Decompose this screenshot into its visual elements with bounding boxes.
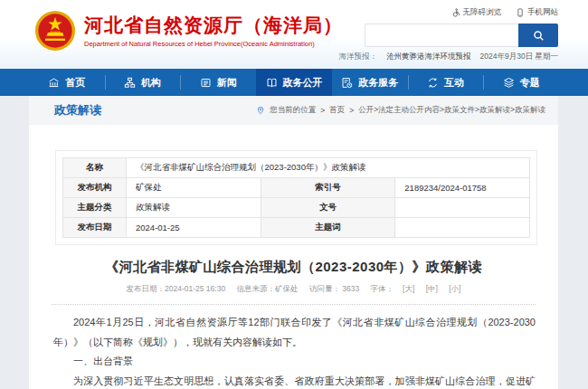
- index-value: 2189234/2024-01758: [395, 178, 530, 198]
- search-input[interactable]: [365, 24, 518, 47]
- publish-date: 发布日期：2024-01-25 16:30: [127, 284, 226, 293]
- ocean-forecast-ticker: 海洋预报： 沧州黄骅港海洋环境预报 2024年9月30日 星期一: [339, 52, 558, 62]
- font-size-large-button[interactable]: [大]: [403, 284, 414, 293]
- docnum-value: [395, 198, 530, 218]
- font-size-label: 字体：: [371, 284, 394, 293]
- nav-item-news[interactable]: 新闻: [180, 69, 256, 96]
- nav-item-gov-disclosure[interactable]: 政务公开: [256, 69, 332, 96]
- interact-icon: [427, 77, 439, 89]
- location-label: 您当前的位置: [270, 105, 316, 116]
- table-row: 主题分类 政策解读 文号: [63, 198, 530, 218]
- site-subtitle: Department of Natural Resources of Hebei…: [84, 40, 343, 48]
- site-brand: 河北省自然资源厅（海洋局） Department of Natural Reso…: [34, 10, 343, 52]
- page: 河北省自然资源厅（海洋局） Department of Natural Reso…: [0, 0, 588, 389]
- forecast-link[interactable]: 沧州黄骅港海洋环境预报: [386, 52, 471, 62]
- accessibility-link[interactable]: 无障碍浏览: [451, 7, 502, 18]
- nav-item-gov-services[interactable]: 政务服务: [332, 69, 408, 96]
- article-meta: 发布日期：2024-01-25 16:30 信息来源：矿保处 访问量： 3633…: [29, 284, 558, 295]
- font-size-medium-button[interactable]: [中]: [426, 284, 438, 293]
- index-label: 索引号: [261, 178, 395, 198]
- keyword-value: [395, 218, 530, 238]
- accessibility-label: 无障碍浏览: [463, 7, 502, 18]
- paragraph: 2024年1月25日，河北省自然资源厅等12部门联合印发了《河北省非煤矿山综合治…: [53, 313, 536, 352]
- nav-label: 专题: [520, 76, 540, 90]
- crumb-separator: >: [349, 106, 354, 115]
- keyword-label: 主题词: [261, 218, 395, 238]
- nav-label: 政务服务: [358, 76, 398, 90]
- mobile-site-label: 手机网站: [527, 7, 558, 18]
- nav-item-interact[interactable]: 互动: [408, 69, 484, 96]
- nav-item-home[interactable]: 首页: [29, 69, 105, 96]
- site-title: 河北省自然资源厅（海洋局）: [84, 14, 343, 37]
- agency-value: 矿保处: [127, 178, 261, 198]
- table-row: 发布日期 2024-01-25 主题词: [63, 218, 530, 238]
- breadcrumb: 您当前的位置 > 首页 > 公开>法定主动公开内容>政策文件>政策解读>政策解读: [256, 105, 545, 116]
- document-info-table: 名称 《河北省非煤矿山综合治理规划（2023-2030年）》政策解读 发布机构 …: [62, 157, 530, 238]
- date-label: 发布日期: [63, 218, 127, 238]
- phone-icon: [516, 8, 525, 17]
- wheelchair-icon: [451, 8, 460, 17]
- nav-label: 互动: [444, 76, 464, 90]
- nav-item-topics[interactable]: 专题: [483, 69, 559, 96]
- view-count: 访问量： 3633: [309, 284, 359, 293]
- news-icon: [200, 77, 212, 89]
- main-content: 政策解读 您当前的位置 > 首页 > 公开>法定主动公开内容>政策文件>政策解读…: [29, 96, 558, 389]
- table-row: 名称 《河北省非煤矿山综合治理规划（2023-2030年）》政策解读: [63, 158, 530, 178]
- article-body: 2024年1月25日，河北省自然资源厅等12部门联合印发了《河北省非煤矿山综合治…: [29, 305, 558, 389]
- main-nav: 首页 机构 新闻 政务公开 政务服务: [0, 69, 588, 96]
- search-bar: [365, 24, 558, 47]
- layers-icon: [503, 77, 515, 89]
- mobile-site-link[interactable]: 手机网站: [516, 7, 558, 18]
- open-book-icon: [266, 77, 278, 89]
- nav-label: 首页: [65, 76, 85, 90]
- article-title: 《河北省非煤矿山综合治理规划（2023-2030年）》政策解读: [29, 259, 558, 276]
- crumb-separator: >: [320, 106, 325, 115]
- site-header: 河北省自然资源厅（海洋局） Department of Natural Reso…: [0, 0, 588, 69]
- document-info-card: 名称 《河北省非煤矿山综合治理规划（2023-2030年）》政策解读 发布机构 …: [55, 150, 537, 245]
- section-title: 政策解读: [54, 102, 101, 119]
- font-size-small-button[interactable]: [小]: [449, 284, 460, 293]
- name-value: 《河北省非煤矿山综合治理规划（2023-2030年）》政策解读: [127, 158, 530, 178]
- category-label: 主题分类: [63, 198, 127, 218]
- name-label: 名称: [63, 158, 127, 178]
- org-icon: [124, 77, 136, 89]
- header-utilities: 无障碍浏览 手机网站: [451, 7, 559, 18]
- nav-label: 新闻: [217, 76, 237, 90]
- nav-label: 政务公开: [283, 76, 323, 90]
- search-button[interactable]: [518, 24, 558, 47]
- nav-item-org[interactable]: 机构: [105, 69, 181, 96]
- info-source: 信息来源：矿保处: [237, 284, 299, 293]
- crumb-path[interactable]: 公开>法定主动公开内容>政策文件>政策解读>政策解读: [358, 105, 545, 116]
- category-value: 政策解读: [127, 198, 261, 218]
- national-emblem-icon: [34, 10, 76, 52]
- breadcrumb-band: 政策解读 您当前的位置 > 首页 > 公开>法定主动公开内容>政策文件>政策解读…: [29, 96, 558, 125]
- table-row: 发布机构 矿保处 索引号 2189234/2024-01758: [63, 178, 530, 198]
- crumb-home[interactable]: 首页: [329, 105, 345, 116]
- date-value: 2024-01-25: [127, 218, 261, 238]
- paragraph: 为深入贯彻习近平生态文明思想，认真落实省委、省政府重大决策部署，加强非煤矿山综合…: [53, 372, 536, 389]
- paragraph-heading: 一、出台背景: [53, 352, 536, 372]
- header-datetime: 2024年9月30日 星期一: [480, 52, 558, 62]
- brand-text: 河北省自然资源厅（海洋局） Department of Natural Reso…: [84, 14, 343, 48]
- doc-clock-icon: [341, 77, 353, 89]
- search-icon: [533, 30, 545, 42]
- location-pin-icon: [256, 106, 265, 115]
- docnum-label: 文号: [261, 198, 395, 218]
- forecast-label: 海洋预报：: [339, 52, 378, 62]
- home-icon: [48, 77, 60, 89]
- nav-label: 机构: [141, 76, 161, 90]
- agency-label: 发布机构: [63, 178, 127, 198]
